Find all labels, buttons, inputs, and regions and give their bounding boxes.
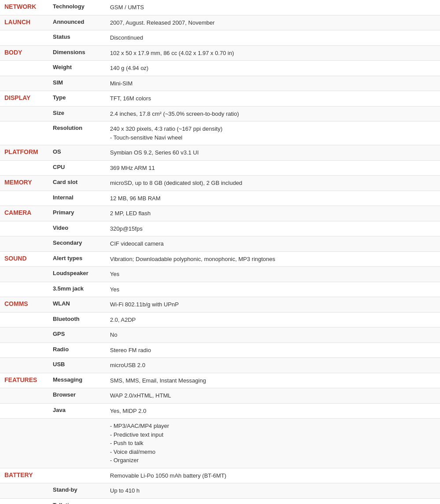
table-row: - MP3/AAC/MP4 player- Predictive text in… [0, 419, 440, 468]
table-row: Video320p@15fps [0, 221, 440, 236]
value-cell: Yes [106, 282, 440, 297]
value-cell: No [106, 327, 440, 343]
table-row: Talk timeUp to 4 h (2G) / 3 h (3G) [0, 498, 440, 504]
label-cell: Talk time [48, 498, 106, 504]
table-row: Stand-byUp to 410 h [0, 483, 440, 499]
table-row: Bluetooth2.0, A2DP [0, 312, 440, 327]
table-row: LAUNCHAnnounced2007, August. Released 20… [0, 15, 440, 30]
value-cell: Stereo FM radio [106, 342, 440, 358]
table-row: BrowserWAP 2.0/xHTML, HTML [0, 388, 440, 404]
table-row: Weight140 g (4.94 oz) [0, 61, 440, 76]
category-cell [0, 403, 48, 419]
value-cell: TFT, 16M colors [106, 91, 440, 107]
category-cell [0, 267, 48, 282]
category-cell [0, 282, 48, 297]
table-row: SecondaryCIF videocall camera [0, 236, 440, 252]
label-cell: Stand-by [48, 483, 106, 499]
label-cell: Primary [48, 206, 106, 221]
category-cell: MEMORY [0, 176, 48, 191]
table-row: SOUNDAlert typesVibration; Downloadable … [0, 251, 440, 267]
label-cell: Status [48, 30, 106, 46]
category-cell [0, 388, 48, 404]
label-cell: OS [48, 145, 106, 161]
label-cell: Type [48, 91, 106, 107]
label-cell: Technology [48, 0, 106, 15]
category-cell [0, 483, 48, 499]
value-cell: Vibration; Downloadable polyphonic, mono… [106, 251, 440, 267]
value-cell: Up to 4 h (2G) / 3 h (3G) [106, 498, 440, 504]
category-cell [0, 160, 48, 176]
category-cell [0, 342, 48, 358]
category-cell: PLATFORM [0, 145, 48, 161]
value-cell: SMS, MMS, Email, Instant Messaging [106, 373, 440, 388]
table-row: DISPLAYTypeTFT, 16M colors [0, 91, 440, 107]
category-cell [0, 76, 48, 91]
value-cell: microUSB 2.0 [106, 358, 440, 373]
label-cell [48, 468, 106, 483]
category-cell: DISPLAY [0, 91, 48, 107]
label-cell: WLAN [48, 297, 106, 313]
value-cell: 12 MB, 96 MB RAM [106, 191, 440, 206]
category-cell: COMMS [0, 297, 48, 313]
table-row: MEMORYCard slotmicroSD, up to 8 GB (dedi… [0, 176, 440, 191]
label-cell: Browser [48, 388, 106, 404]
label-cell: 3.5mm jack [48, 282, 106, 297]
category-cell [0, 30, 48, 46]
table-row: USBmicroUSB 2.0 [0, 358, 440, 373]
table-row: Resolution240 x 320 pixels, 4:3 ratio (~… [0, 121, 440, 145]
category-cell: LAUNCH [0, 15, 48, 30]
value-cell: Removable Li-Po 1050 mAh battery (BT-6MT… [106, 468, 440, 483]
table-row: NETWORKTechnologyGSM / UMTS [0, 0, 440, 15]
label-cell: Bluetooth [48, 312, 106, 327]
value-cell: 2007, August. Released 2007, November [106, 15, 440, 30]
category-cell: CAMERA [0, 206, 48, 221]
value-cell: GSM / UMTS [106, 0, 440, 15]
category-cell [0, 121, 48, 145]
category-cell [0, 236, 48, 252]
value-cell: Yes, MIDP 2.0 [106, 403, 440, 419]
value-cell: Yes [106, 267, 440, 282]
category-cell [0, 419, 48, 468]
category-cell [0, 498, 48, 504]
label-cell: Size [48, 106, 106, 121]
category-cell: BODY [0, 45, 48, 61]
category-cell [0, 61, 48, 76]
category-cell: NETWORK [0, 0, 48, 15]
table-row: PLATFORMOSSymbian OS 9.2, Series 60 v3.1… [0, 145, 440, 161]
value-cell: 369 MHz ARM 11 [106, 160, 440, 176]
table-row: 3.5mm jackYes [0, 282, 440, 297]
table-row: CPU369 MHz ARM 11 [0, 160, 440, 176]
label-cell: Java [48, 403, 106, 419]
value-cell: 2 MP, LED flash [106, 206, 440, 221]
category-cell [0, 191, 48, 206]
table-row: FEATURESMessagingSMS, MMS, Email, Instan… [0, 373, 440, 388]
value-cell: 102 x 50 x 17.9 mm, 86 cc (4.02 x 1.97 x… [106, 45, 440, 61]
value-cell: CIF videocall camera [106, 236, 440, 252]
category-cell: SOUND [0, 251, 48, 267]
table-row: GPSNo [0, 327, 440, 343]
value-cell: Symbian OS 9.2, Series 60 v3.1 UI [106, 145, 440, 161]
value-cell: 2.4 inches, 17.8 cm² (~35.0% screen-to-b… [106, 106, 440, 121]
value-cell: Wi-Fi 802.11b/g with UPnP [106, 297, 440, 313]
table-row: Internal12 MB, 96 MB RAM [0, 191, 440, 206]
table-row: SIMMini-SIM [0, 76, 440, 91]
table-row: CAMERAPrimary2 MP, LED flash [0, 206, 440, 221]
label-cell: USB [48, 358, 106, 373]
value-cell: WAP 2.0/xHTML, HTML [106, 388, 440, 404]
label-cell: CPU [48, 160, 106, 176]
table-row: StatusDiscontinued [0, 30, 440, 46]
category-cell [0, 327, 48, 343]
label-cell: Secondary [48, 236, 106, 252]
value-cell: 240 x 320 pixels, 4:3 ratio (~167 ppi de… [106, 121, 440, 145]
label-cell: Alert types [48, 251, 106, 267]
value-cell: - MP3/AAC/MP4 player- Predictive text in… [106, 419, 440, 468]
spec-table: NETWORKTechnologyGSM / UMTSLAUNCHAnnounc… [0, 0, 440, 504]
label-cell: Video [48, 221, 106, 236]
table-row: JavaYes, MIDP 2.0 [0, 403, 440, 419]
table-row: Size2.4 inches, 17.8 cm² (~35.0% screen-… [0, 106, 440, 121]
table-row: BODYDimensions102 x 50 x 17.9 mm, 86 cc … [0, 45, 440, 61]
category-cell [0, 106, 48, 121]
table-row: RadioStereo FM radio [0, 342, 440, 358]
value-cell: microSD, up to 8 GB (dedicated slot), 2 … [106, 176, 440, 191]
table-row: COMMSWLANWi-Fi 802.11b/g with UPnP [0, 297, 440, 313]
